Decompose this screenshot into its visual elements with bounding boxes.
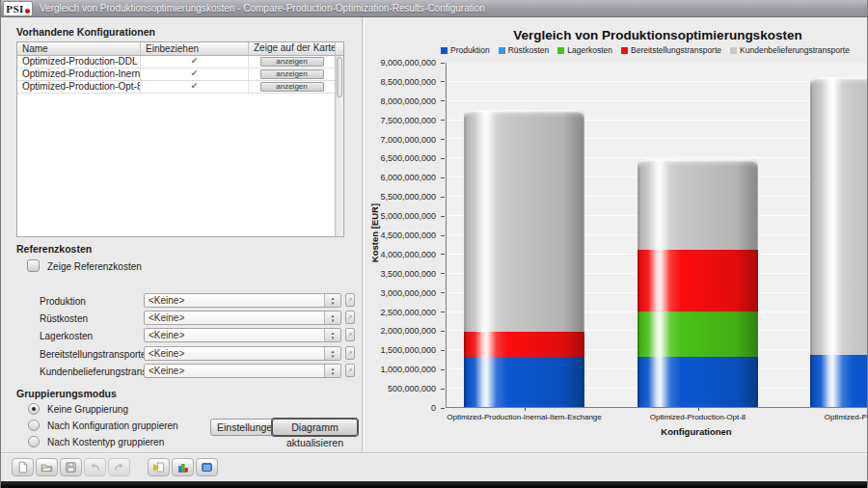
y-tick-label: 5,000,000,000 bbox=[380, 211, 436, 221]
config-name: Optimized-Production-Inernal... bbox=[17, 68, 141, 80]
anzeigen-button[interactable]: anzeigen bbox=[260, 69, 324, 79]
anzeigen-button[interactable]: anzeigen bbox=[260, 82, 324, 92]
bar-segment-kundenbelieferungstransporte bbox=[810, 77, 868, 355]
legend-label: Rüstkosten bbox=[508, 45, 550, 55]
show-reference-costs-label: Zeige Referenzkosten bbox=[47, 261, 142, 272]
reference-detail-button[interactable]: ↗ bbox=[345, 328, 355, 341]
legend-item: Kundenbelieferungstransporte bbox=[730, 45, 850, 55]
reference-detail-button[interactable]: ↗ bbox=[345, 346, 355, 360]
bar-segment-produktion bbox=[637, 357, 758, 407]
y-tick-label: 4,500,000,000 bbox=[380, 230, 436, 240]
field-label-lagerkosten: Lagerkosten bbox=[40, 331, 93, 341]
scrollbar-thumb[interactable] bbox=[337, 57, 342, 97]
run-report-button[interactable] bbox=[148, 458, 170, 476]
column-header-karte[interactable]: Zeige auf der Karte bbox=[249, 42, 336, 55]
table-row[interactable]: Optimized-Production-DDL ✔ anzeigen bbox=[17, 56, 343, 68]
open-folder-icon bbox=[41, 461, 53, 474]
table-row[interactable]: Optimized-Production-Inernal... ✔ anzeig… bbox=[17, 68, 343, 81]
y-tick-label: 1,000,000,000 bbox=[380, 365, 436, 374]
legend-label: Kundenbelieferungstransporte bbox=[740, 45, 850, 55]
save-file-button[interactable] bbox=[60, 458, 82, 476]
y-tick-label: 1,500,000,000 bbox=[380, 345, 436, 355]
new-file-button[interactable] bbox=[12, 458, 34, 476]
radio-nach-konfiguration[interactable] bbox=[28, 420, 40, 431]
configurations-table[interactable]: Name Einbeziehen Zeige auf der Karte Opt… bbox=[16, 41, 344, 237]
kundenbelieferungstransporte-combobox[interactable]: <Keine> bbox=[144, 364, 341, 378]
chart-panel: Vergleich von Produktionsoptimierungskos… bbox=[364, 17, 868, 451]
spinner-arrows-icon[interactable] bbox=[324, 294, 340, 307]
lagerkosten-combobox[interactable]: <Keine> bbox=[144, 328, 341, 342]
redo-button[interactable] bbox=[108, 458, 130, 476]
combobox-value: <Keine> bbox=[145, 330, 324, 340]
show-reference-costs-checkbox[interactable] bbox=[27, 259, 40, 272]
y-tick-label: 0 bbox=[431, 403, 436, 413]
column-header-name[interactable]: Name bbox=[17, 42, 141, 55]
config-name: Optimized-Production-DDL bbox=[17, 56, 141, 68]
grouping-heading: Gruppierungsmodus bbox=[16, 388, 117, 399]
configuration-panel: Vorhandene Konfigurationen Name Einbezie… bbox=[1, 17, 363, 451]
reference-detail-button[interactable]: ↗ bbox=[345, 293, 355, 307]
reference-detail-button[interactable]: ↗ bbox=[345, 364, 355, 377]
field-label-produktion: Produktion bbox=[40, 296, 86, 307]
radio-nach-kostentyp[interactable] bbox=[28, 436, 40, 447]
legend-swatch-icon bbox=[499, 47, 505, 54]
window-bottom-edge bbox=[1, 481, 868, 488]
configurations-heading: Vorhandene Konfigurationen bbox=[16, 26, 155, 38]
radio-label: Nach Konfiguration gruppieren bbox=[47, 420, 178, 431]
run-report-icon bbox=[152, 461, 165, 474]
x-tick-mark bbox=[698, 408, 699, 411]
show-chart-button[interactable] bbox=[172, 458, 194, 476]
y-tick-label: 3,000,000,000 bbox=[380, 288, 436, 298]
y-tick-label: 2,000,000,000 bbox=[380, 326, 436, 336]
open-file-button[interactable] bbox=[36, 458, 58, 476]
included-checkmark-icon[interactable]: ✔ bbox=[141, 68, 249, 80]
y-tick-label: 8,000,000,000 bbox=[380, 96, 436, 106]
y-tick-label: 8,500,000,000 bbox=[380, 77, 436, 87]
undo-button[interactable] bbox=[84, 458, 106, 476]
y-tick-label: 3,500,000,000 bbox=[380, 269, 436, 279]
column-header-einbeziehen[interactable]: Einbeziehen bbox=[141, 42, 249, 55]
export-data-button[interactable] bbox=[196, 458, 218, 476]
included-checkmark-icon[interactable]: ✔ bbox=[141, 81, 249, 93]
update-chart-button[interactable]: Diagramm aktualisieren bbox=[272, 419, 358, 436]
legend-swatch-icon bbox=[621, 47, 628, 54]
table-row[interactable]: Optimized-Production-Opt-8 ✔ anzeigen bbox=[17, 81, 343, 94]
y-tick-label: 500,000,000 bbox=[388, 384, 436, 393]
spinner-arrows-icon[interactable] bbox=[324, 312, 340, 324]
legend-label: Bereitstellungstransporte bbox=[631, 45, 721, 55]
bar-segment-produktion bbox=[810, 355, 868, 407]
x-axis-label: Konfigurationen bbox=[661, 426, 731, 437]
reference-detail-button[interactable]: ↗ bbox=[345, 311, 355, 324]
produktion-combobox[interactable]: <Keine> bbox=[144, 293, 341, 308]
field-label-bereitstellungstransporte: Bereitstellungstransporte bbox=[40, 349, 147, 360]
field-label-ruestkosten: Rüstkosten bbox=[40, 313, 88, 324]
chart-legend: ProduktionRüstkostenLagerkostenBereitste… bbox=[421, 45, 868, 55]
table-scrollbar[interactable] bbox=[335, 56, 343, 236]
undo-arrow-icon bbox=[89, 461, 101, 474]
spinner-arrows-icon[interactable] bbox=[324, 365, 340, 377]
bereitstellungstransporte-combobox[interactable]: <Keine> bbox=[144, 346, 341, 361]
y-tick-label: 7,500,000,000 bbox=[380, 116, 436, 125]
ruestkosten-combobox[interactable]: <Keine> bbox=[144, 311, 341, 325]
y-axis-ticks: 0500,000,0001,000,000,0001,500,000,0002,… bbox=[364, 63, 442, 408]
combobox-value: <Keine> bbox=[145, 366, 324, 376]
config-name: Optimized-Production-Opt-8 bbox=[17, 81, 141, 93]
anzeigen-button[interactable]: anzeigen bbox=[260, 57, 324, 67]
bar-segment-bereitstellungstransporte bbox=[637, 250, 758, 312]
x-category-label: Optimized-Production-DDL bbox=[825, 413, 868, 421]
bar-segment-kundenbelieferungstransporte bbox=[464, 110, 584, 333]
legend-item: Lagerkosten bbox=[557, 45, 612, 55]
reference-costs-heading: Referenzkosten bbox=[16, 243, 92, 255]
spinner-arrows-icon[interactable] bbox=[324, 347, 340, 360]
legend-item: Bereitstellungstransporte bbox=[621, 45, 721, 55]
combobox-value: <Keine> bbox=[145, 295, 324, 306]
included-checkmark-icon[interactable]: ✔ bbox=[141, 56, 249, 68]
legend-swatch-icon bbox=[441, 47, 448, 54]
radio-keine-gruppierung[interactable] bbox=[28, 403, 40, 415]
psi-logo: PSI bbox=[3, 1, 33, 16]
window-title: Vergleich von Produktionsoptimierungskos… bbox=[40, 3, 485, 14]
spinner-arrows-icon[interactable] bbox=[324, 329, 340, 341]
data-table-icon bbox=[201, 461, 213, 474]
x-category-label: Optimized-Production-Inernal-Item-Exchan… bbox=[447, 413, 602, 421]
legend-label: Produktion bbox=[450, 45, 490, 55]
